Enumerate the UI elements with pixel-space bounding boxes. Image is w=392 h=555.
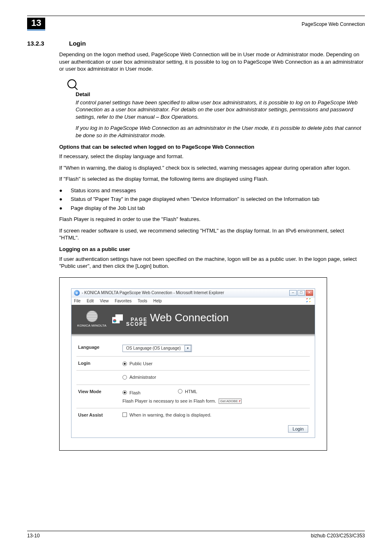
row-login-button: Login <box>76 422 310 433</box>
radio-flash[interactable]: Flash <box>122 390 141 395</box>
viewmode-label: View Mode <box>78 389 122 394</box>
intro-paragraph: Depending on the logon method used, Page… <box>59 51 365 73</box>
radio-html-label: HTML <box>185 389 197 394</box>
language-label: Language <box>78 345 122 350</box>
window-title: - KONICA MINOLTA PageScope Web Connectio… <box>82 290 224 295</box>
radio-administrator[interactable]: Administrator <box>122 375 156 380</box>
options-p3: If "Flash" is selected as the display fo… <box>59 175 365 183</box>
chevron-down-icon: ▾ <box>184 345 191 352</box>
page-header: 13 PageScope Web Connection <box>27 18 365 31</box>
get-flash-badge[interactable]: Get ADOBE f <box>219 398 242 404</box>
logo-text-webconnection: Web Connection <box>150 311 229 324</box>
radio-icon <box>178 389 182 394</box>
row-viewmode: View Mode Flash HTML Flash Player is <box>76 385 310 408</box>
radio-public-label: Public User <box>129 361 152 366</box>
menu-edit[interactable]: Edit <box>87 299 94 303</box>
section-body: Depending on the logon method used, Page… <box>59 51 365 269</box>
window-buttons: – □ ✕ <box>289 290 313 296</box>
warning-checkbox[interactable]: When in warning, the dialog is displayed… <box>122 412 211 417</box>
radio-html[interactable]: HTML <box>178 389 197 394</box>
section-number: 13.2.3 <box>27 40 57 47</box>
options-bullets: ●Status icons and messages ●Status of "P… <box>59 187 365 212</box>
radio-admin-label: Administrator <box>129 375 156 380</box>
maximize-button[interactable]: □ <box>297 290 305 296</box>
section-heading: 13.2.3 Login <box>27 40 365 47</box>
footer-model: bizhub C203/C253/C353 <box>311 533 365 539</box>
options-p1: If necessary, select the display languag… <box>59 153 365 160</box>
bullet-text: Status icons and messages <box>71 187 136 194</box>
ie-titlebar: e - KONICA MINOLTA PageScope Web Connect… <box>71 289 315 297</box>
options-p2: If "When in warning, the dialog is displ… <box>59 164 365 172</box>
menu-view[interactable]: View <box>100 299 109 303</box>
list-item: ●Status icons and messages <box>59 187 365 194</box>
pagescope-banner: KONICA MINOLTA PAGE SCOPE Web Connection <box>71 305 315 334</box>
menu-help[interactable]: Help <box>153 299 162 303</box>
public-p1: If user authentication settings have not… <box>59 256 365 270</box>
menu-file[interactable]: File <box>74 299 81 303</box>
checkbox-icon <box>122 412 127 417</box>
radio-icon <box>122 375 127 380</box>
ie-icon: e <box>74 290 80 296</box>
footer-page-number: 13-10 <box>27 533 40 539</box>
screenshot-panel: e - KONICA MINOLTA PageScope Web Connect… <box>59 277 327 451</box>
row-login-public: Login Public User <box>76 357 310 371</box>
windows-flag-icon <box>307 298 312 304</box>
flash-note-text: Flash Player is necessary to see in Flas… <box>122 398 216 403</box>
language-select-value: OS Language (OS Language) <box>123 346 184 350</box>
getflash-line1: Get ADOBE <box>220 399 238 403</box>
bullet-text: Status of "Paper Tray" in the page displ… <box>71 196 319 203</box>
minimize-button[interactable]: – <box>289 290 297 296</box>
pagescope-mark-icon <box>112 314 123 323</box>
detail-label: Detail <box>76 91 365 97</box>
page-footer: 13-10 bizhub C203/C253/C353 <box>27 531 365 539</box>
breadcrumb: PageScope Web Connection <box>302 21 365 27</box>
detail-p1: If control panel settings have been spec… <box>76 99 365 121</box>
close-button[interactable]: ✕ <box>306 290 313 296</box>
row-login-admin: Administrator <box>76 371 310 385</box>
ie-window: e - KONICA MINOLTA PageScope Web Connect… <box>71 288 315 438</box>
detail-p2: If you log in to PageScope Web Connectio… <box>76 124 365 139</box>
flash-note: Flash Player is necessary to see in Flas… <box>122 398 308 404</box>
userassist-label: User Assist <box>78 412 122 417</box>
warning-checkbox-label: When in warning, the dialog is displayed… <box>129 412 211 417</box>
public-heading: Logging on as a public user <box>59 246 365 253</box>
logo-text-scope: SCOPE <box>126 322 148 327</box>
detail-block: Detail If control panel settings have be… <box>59 77 365 139</box>
options-heading: Options that can be selected when logged… <box>59 143 365 151</box>
chapter-badge: 13 <box>27 18 45 31</box>
login-form: Language OS Language (OS Language) ▾ Log… <box>71 336 315 438</box>
login-label: Login <box>78 361 122 366</box>
ie-menubar: File Edit View Favorites Tools Help <box>71 297 315 305</box>
menu-tools[interactable]: Tools <box>138 299 147 303</box>
konica-minolta-logo: KONICA MINOLTA <box>77 311 106 327</box>
list-item: ●Page display of the Job List tab <box>59 205 365 212</box>
magnifier-icon <box>67 79 76 88</box>
list-item: ●Status of "Paper Tray" in the page disp… <box>59 196 365 203</box>
radio-icon <box>122 362 127 366</box>
bullet-text: Page display of the Job List tab <box>71 205 145 212</box>
row-userassist: User Assist When in warning, the dialog … <box>76 408 310 422</box>
login-button[interactable]: Login <box>288 425 308 433</box>
radio-flash-label: Flash <box>129 390 141 395</box>
pagescope-logo: PAGE SCOPE Web Connection <box>112 311 229 327</box>
row-language: Language OS Language (OS Language) ▾ <box>76 341 310 357</box>
language-select[interactable]: OS Language (OS Language) ▾ <box>122 345 192 352</box>
radio-icon <box>122 390 127 395</box>
radio-public-user[interactable]: Public User <box>122 361 152 366</box>
flash-f-icon: f <box>239 399 240 403</box>
globe-icon <box>86 311 98 322</box>
menu-favorites[interactable]: Favorites <box>115 299 131 303</box>
brand-name: KONICA MINOLTA <box>77 324 106 327</box>
options-p4: Flash Player is required in order to use… <box>59 216 365 223</box>
section-title: Login <box>69 40 86 47</box>
top-rule <box>27 16 365 16</box>
options-p5: If screen reader software is used, we re… <box>59 227 365 242</box>
